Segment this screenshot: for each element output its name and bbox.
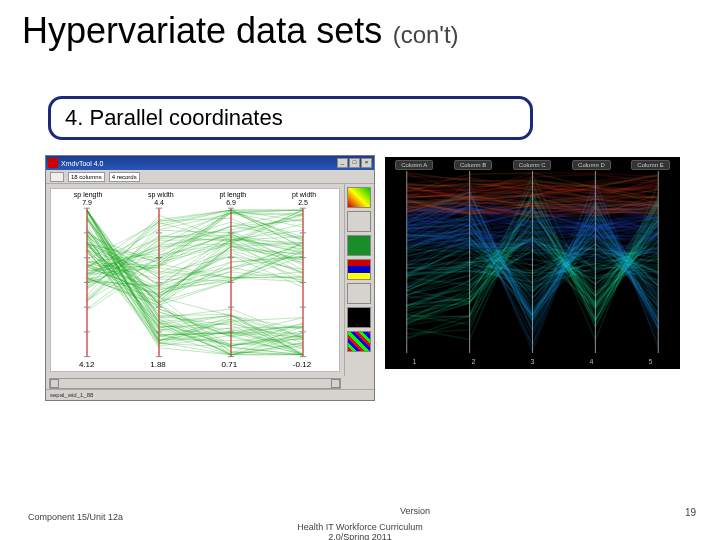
horizontal-scrollbar[interactable] [49, 378, 341, 389]
figB-header: Column A Column B Column C Column D Colu… [385, 160, 680, 170]
palette-swatch[interactable] [347, 187, 371, 208]
column-header[interactable]: Column B [454, 160, 492, 170]
axis-index: 5 [649, 358, 653, 365]
column-header[interactable]: Column E [631, 160, 669, 170]
column-header[interactable]: Column D [572, 160, 611, 170]
column-header[interactable]: Column A [395, 160, 433, 170]
axis-max: 2.5 [298, 199, 308, 206]
axis-label: pt width [292, 191, 316, 198]
scroll-right-button[interactable] [331, 379, 340, 388]
slide-title: Hypervariate data sets (con't) [22, 10, 714, 52]
footer-left: Component 15/Unit 12a [28, 512, 123, 522]
axis-max: 6.9 [226, 199, 236, 206]
axis-min: 4.12 [79, 360, 95, 369]
window-titlebar: XmdvTool 4.0 _ □ × [46, 156, 374, 170]
palette-swatch[interactable] [347, 211, 371, 232]
close-button[interactable]: × [361, 158, 372, 168]
palette-swatch[interactable] [347, 235, 371, 256]
axis-max-row: 7.9 4.4 6.9 2.5 [51, 199, 339, 206]
status-bar: sepal_wid_1_88 [46, 389, 374, 400]
callout-box: 4. Parallel coordinates [48, 96, 533, 140]
page-number: 19 [685, 507, 696, 518]
title-main: Hypervariate data sets [22, 10, 382, 51]
footer-center-line1: Health IT Workforce Curriculum [297, 522, 423, 532]
figB-canvas [391, 171, 674, 353]
figures-row: XmdvTool 4.0 _ □ × 18 columns 4 records … [45, 155, 680, 401]
axis-min: -0.12 [293, 360, 311, 369]
title-cont: (con't) [393, 21, 459, 48]
slide: Hypervariate data sets (con't) 4. Parall… [0, 0, 720, 540]
axis-max: 7.9 [82, 199, 92, 206]
axis-max: 4.4 [154, 199, 164, 206]
palette-swatch[interactable] [347, 283, 371, 304]
axis-min-row: 4.12 1.88 0.71 -0.12 [51, 360, 339, 369]
plot-svg [51, 189, 339, 371]
axis-min: 1.88 [150, 360, 166, 369]
column-header[interactable]: Column C [513, 160, 552, 170]
axis-index: 3 [531, 358, 535, 365]
axis-label: sp length [74, 191, 102, 198]
palette-swatch[interactable] [347, 331, 371, 352]
palette-swatch[interactable] [347, 259, 371, 280]
minimize-button[interactable]: _ [337, 158, 348, 168]
footer-center: Health IT Workforce Curriculum 2.0/Sprin… [0, 522, 720, 540]
parallel-coords-plot: sp length sp width pt length pt width 7.… [50, 188, 340, 372]
figure-dark-parallel-coords: Column A Column B Column C Column D Colu… [385, 157, 680, 369]
axis-index: 2 [472, 358, 476, 365]
axis-label: sp width [148, 191, 174, 198]
maximize-button[interactable]: □ [349, 158, 360, 168]
callout-text: 4. Parallel coordinates [65, 105, 283, 131]
toolbar: 18 columns 4 records [46, 170, 374, 184]
app-icon [48, 158, 58, 168]
columns-combo[interactable]: 18 columns [68, 172, 105, 182]
records-combo[interactable]: 4 records [109, 172, 140, 182]
figB-footer: 1 2 3 4 5 [385, 358, 680, 365]
figure-xmdvtool-window: XmdvTool 4.0 _ □ × 18 columns 4 records … [45, 155, 375, 401]
footer-center-line2: 2.0/Spring 2011 [328, 532, 392, 540]
axis-index: 4 [590, 358, 594, 365]
scroll-left-button[interactable] [50, 379, 59, 388]
palette-swatch[interactable] [347, 307, 371, 328]
footer-version: Version [400, 506, 430, 516]
window-title: XmdvTool 4.0 [61, 160, 103, 167]
axis-labels-top: sp length sp width pt length pt width [51, 191, 339, 198]
figB-svg [391, 171, 674, 353]
axis-min: 0.71 [222, 360, 238, 369]
toolbar-button[interactable] [50, 172, 64, 182]
sidebar-palette [344, 184, 374, 376]
axis-label: pt length [219, 191, 246, 198]
axis-index: 1 [413, 358, 417, 365]
